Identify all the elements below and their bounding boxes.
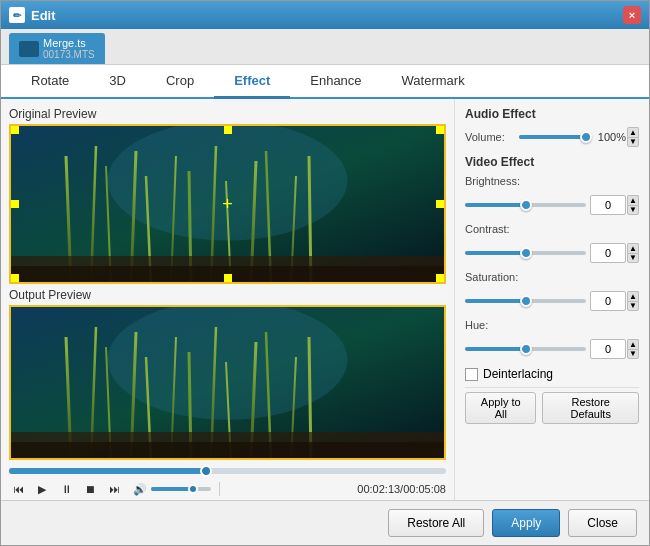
tab-watermark[interactable]: Watermark [382,65,485,99]
contrast-spinner[interactable]: ▲ ▼ [627,243,639,263]
apply-to-all-button[interactable]: Apply to All [465,392,536,424]
volume-slider-fill [519,135,586,139]
brightness-slider-track[interactable] [465,203,586,207]
volume-icon: 🔊 [133,483,147,496]
contrast-thumb[interactable] [520,247,532,259]
original-video-content: + [11,126,444,282]
transport-area: ⏮ ▶ ⏸ ⏹ ⏭ 🔊 00:02:13/00:05:08 [9,468,446,498]
output-video-svg [11,307,444,458]
restore-all-button[interactable]: Restore All [388,509,484,537]
brightness-fill [465,203,526,207]
window-icon [9,7,25,23]
brightness-slider-row: ▲ ▼ [465,195,639,215]
contrast-input[interactable] [590,243,626,263]
close-window-button[interactable]: × [623,6,641,24]
close-button[interactable]: Close [568,509,637,537]
skip-back-button[interactable]: ⏮ [9,480,27,498]
volume-down-arrow[interactable]: ▼ [627,137,639,147]
volume-handle[interactable] [188,484,198,494]
volume-up-arrow[interactable]: ▲ [627,127,639,137]
video-effect-title: Video Effect [465,155,639,169]
svg-rect-33 [11,442,444,458]
hue-thumb[interactable] [520,343,532,355]
saturation-thumb[interactable] [520,295,532,307]
output-video-frame [9,305,446,460]
contrast-down[interactable]: ▼ [627,253,639,263]
tab-3d[interactable]: 3D [89,65,146,99]
stop-button[interactable]: ⏹ [81,480,99,498]
tab-crop[interactable]: Crop [146,65,214,99]
progress-handle[interactable] [200,465,212,477]
file-tab[interactable]: Merge.ts 00173.MTS [9,33,105,64]
original-preview-label: Original Preview [9,107,446,121]
saturation-up[interactable]: ▲ [627,291,639,301]
tab-rotate[interactable]: Rotate [11,65,89,99]
volume-slider-track[interactable] [519,135,586,139]
saturation-down[interactable]: ▼ [627,301,639,311]
volume-area: 🔊 [133,483,211,496]
contrast-row: Contrast: [465,223,639,235]
nav-tabs: Rotate 3D Crop Effect Enhance Watermark [1,65,649,99]
tab-enhance[interactable]: Enhance [290,65,381,99]
restore-defaults-button[interactable]: Restore Defaults [542,392,639,424]
crop-handle-tl[interactable] [11,126,19,134]
output-preview-section: Output Preview [9,288,446,460]
brightness-thumb[interactable] [520,199,532,211]
output-preview-label: Output Preview [9,288,446,302]
volume-fill [151,487,193,491]
bottom-bar: Restore All Apply Close [1,500,649,545]
crop-handle-bl[interactable] [11,274,19,282]
brightness-up[interactable]: ▲ [627,195,639,205]
deinterlace-row: Deinterlacing [465,367,639,381]
volume-spinner[interactable]: ▲ ▼ [627,127,639,147]
progress-bar-container[interactable] [9,468,446,474]
brightness-input[interactable] [590,195,626,215]
hue-down[interactable]: ▼ [627,349,639,359]
crop-handle-bm[interactable] [224,274,232,282]
title-bar: Edit × [1,1,649,29]
hue-slider-track[interactable] [465,347,586,351]
volume-label: Volume: [465,131,515,143]
skip-forward-button[interactable]: ⏭ [105,480,123,498]
crop-handle-tm[interactable] [224,126,232,134]
main-content: Original Preview [1,99,649,500]
original-preview-section: Original Preview [9,107,446,284]
apply-button[interactable]: Apply [492,509,560,537]
file-tab-sub: 00173.MTS [43,49,95,60]
brightness-spinner[interactable]: ▲ ▼ [627,195,639,215]
brightness-row: Brightness: [465,175,639,187]
hue-spinner[interactable]: ▲ ▼ [627,339,639,359]
volume-row: Volume: 100% ▲ ▼ [465,127,639,147]
saturation-row: Saturation: [465,271,639,283]
contrast-slider-track[interactable] [465,251,586,255]
pause-button[interactable]: ⏸ [57,480,75,498]
saturation-spinner[interactable]: ▲ ▼ [627,291,639,311]
contrast-slider-row: ▲ ▼ [465,243,639,263]
brightness-down[interactable]: ▼ [627,205,639,215]
crop-handle-mr[interactable] [436,200,444,208]
deinterlace-checkbox[interactable] [465,368,478,381]
contrast-fill [465,251,526,255]
volume-slider-thumb[interactable] [580,131,592,143]
file-tab-icon [19,41,39,57]
edit-window: Edit × Merge.ts 00173.MTS Rotate 3D Crop… [0,0,650,546]
hue-up[interactable]: ▲ [627,339,639,349]
volume-value: 100% [590,131,626,143]
crop-handle-ml[interactable] [11,200,19,208]
tab-effect[interactable]: Effect [214,65,290,99]
time-display: 00:02:13/00:05:08 [357,483,446,495]
crop-handle-br[interactable] [436,274,444,282]
saturation-input[interactable] [590,291,626,311]
crop-handle-tr[interactable] [436,126,444,134]
volume-slider[interactable] [151,487,211,491]
window-title: Edit [31,8,623,23]
play-button[interactable]: ▶ [33,480,51,498]
contrast-up[interactable]: ▲ [627,243,639,253]
deinterlace-label: Deinterlacing [483,367,553,381]
hue-input[interactable] [590,339,626,359]
divider [219,482,220,496]
brightness-label: Brightness: [465,175,535,187]
hue-slider-row: ▲ ▼ [465,339,639,359]
saturation-slider-track[interactable] [465,299,586,303]
right-panel: Audio Effect Volume: 100% ▲ ▼ Video Effe… [454,99,649,500]
